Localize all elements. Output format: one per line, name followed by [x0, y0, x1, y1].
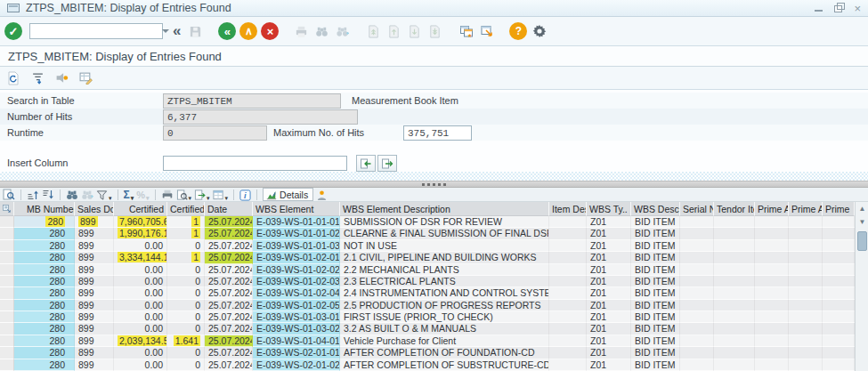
insert-column-input[interactable] — [167, 158, 343, 169]
header-cell[interactable]: WBS Element Description — [340, 202, 549, 216]
max-hits-field[interactable] — [403, 125, 472, 141]
combo-dropdown-icon[interactable] — [162, 29, 169, 33]
find-icon[interactable] — [313, 23, 330, 40]
new-session-icon[interactable]: ★ — [458, 23, 475, 40]
table-maintenance-icon[interactable] — [77, 70, 93, 85]
details-button[interactable]: Details — [263, 188, 313, 201]
grid-cell: 280 — [14, 335, 75, 347]
command-field[interactable] — [29, 23, 163, 39]
details-view-icon[interactable] — [3, 189, 15, 201]
command-input[interactable] — [30, 25, 162, 37]
header-cell[interactable]: Date — [205, 202, 253, 216]
header-cell[interactable]: Certified — [114, 202, 167, 216]
display-icon[interactable] — [53, 70, 69, 85]
refresh-icon[interactable] — [5, 70, 21, 85]
collapse-chevrons-icon[interactable]: « — [170, 23, 183, 39]
last-page-icon[interactable] — [426, 23, 443, 40]
grid-cell: 0 — [167, 311, 205, 323]
find-icon[interactable] — [66, 189, 78, 201]
application-toolbar — [0, 67, 868, 90]
print-icon[interactable] — [161, 189, 174, 201]
scroll-down-icon[interactable]: ▼ — [856, 215, 868, 229]
table-row[interactable]: 2808993,334,144.14125.07.2024E-039-WS-01… — [0, 252, 855, 263]
next-page-icon[interactable] — [406, 23, 423, 40]
insert-column-right-button[interactable] — [377, 155, 397, 172]
header-cell[interactable]: Sales Docu — [75, 202, 114, 216]
table-row[interactable]: 2808991,990,176.16125.07.2024E-039-WS-01… — [0, 228, 855, 239]
grid-cell: BID ITEM — [631, 240, 680, 252]
find-next-icon[interactable] — [81, 189, 93, 201]
create-shortcut-icon[interactable] — [478, 23, 495, 40]
header-cell[interactable]: Serial No — [680, 202, 714, 216]
horizontal-splitter[interactable] — [0, 181, 868, 188]
table-row[interactable]: 2808990.00025.07.2024E-039-WS-02-01-01AF… — [0, 347, 855, 359]
header-cell[interactable]: WBS Descri — [631, 202, 680, 216]
filter-icon[interactable]: ▾ — [96, 189, 112, 201]
table-row[interactable]: 2808990.00025.07.2024E-039-WS-01-02-022.… — [0, 264, 855, 276]
grid-cell: 0.00 — [114, 264, 167, 276]
grid-cell: 0 — [167, 347, 205, 359]
find-next-icon[interactable] — [334, 23, 351, 40]
header-cell[interactable]: MB Number — [14, 202, 75, 216]
header-cell[interactable]: Prime Acti — [789, 202, 823, 216]
grid-cell — [755, 300, 789, 311]
info-icon[interactable]: i — [239, 189, 251, 201]
header-cell[interactable]: Certified — [167, 202, 205, 216]
user-icon[interactable] — [316, 189, 328, 201]
table-row[interactable]: 2808990.00025.07.2024E-039-WS-01-02-032.… — [0, 276, 855, 287]
vertical-scrollbar[interactable]: ▲ ▼ — [855, 202, 868, 371]
grid-cell: 25.07.2024 — [205, 359, 253, 371]
first-page-icon[interactable] — [365, 23, 382, 40]
table-row[interactable]: 2808990.00025.07.2024E-039-WS-02-01-02AF… — [0, 359, 855, 371]
close-button[interactable]: × — [854, 4, 861, 12]
table-row[interactable]: 2808990.00025.07.2024E-039-WS-01-03-023.… — [0, 323, 855, 335]
grid-cell: 0.00 — [114, 300, 167, 311]
grid-cell — [789, 359, 823, 371]
back-icon[interactable]: « — [218, 22, 236, 40]
sort-descending-icon[interactable] — [42, 189, 54, 201]
print-icon[interactable] — [293, 23, 310, 40]
grid-cell — [549, 287, 587, 299]
number-of-hits-field: 6,377 — [163, 109, 358, 125]
print-preview-icon[interactable]: ▾ — [176, 189, 192, 201]
table-row[interactable]: 2808990.00025.07.2024E-039-WS-01-03-01FI… — [0, 311, 855, 323]
table-row[interactable]: 2808990.00025.07.2024E-039-WS-01-02-052.… — [0, 300, 855, 311]
header-cell[interactable]: WBS Element — [253, 202, 340, 216]
help-icon[interactable]: ? — [509, 22, 527, 40]
subtotal-icon[interactable]: %▾ — [136, 189, 149, 201]
exit-icon[interactable]: ∧ — [239, 22, 257, 40]
sort-icon[interactable] — [29, 70, 45, 85]
table-row[interactable]: 2808990.00025.07.2024E-039-WS-01-02-042.… — [0, 287, 855, 299]
customize-layout-icon[interactable] — [531, 23, 548, 40]
header-cell[interactable]: Item Descr — [549, 202, 587, 216]
sort-ascending-icon[interactable] — [27, 189, 39, 201]
header-cell[interactable]: Tendor Ite — [714, 202, 755, 216]
grid-cell: Z01 — [587, 264, 631, 276]
sum-icon[interactable]: Σ▾ — [124, 189, 134, 201]
max-hits-label: Maximum No. of Hits — [273, 125, 364, 141]
header-cell[interactable]: Prime — [823, 202, 855, 216]
table-row[interactable]: 2808997,960,705.61125.07.2024E-039-WS-01… — [0, 216, 855, 228]
grid-cell — [755, 359, 789, 371]
export-icon[interactable]: ▾ — [194, 189, 210, 201]
insert-column-field[interactable] — [163, 156, 347, 171]
table-row[interactable]: 2808990.00025.07.2024E-039-WS-01-01-03NO… — [0, 240, 855, 252]
header-cell[interactable]: WBS Ty.. — [587, 202, 631, 216]
enter-icon[interactable]: ✓ — [4, 22, 22, 40]
max-hits-input[interactable] — [408, 128, 467, 139]
insert-column-left-button[interactable] — [356, 155, 376, 172]
scrollbar-thumb[interactable] — [857, 231, 867, 251]
previous-page-icon[interactable] — [385, 23, 402, 40]
header-cell[interactable]: Prime Acti — [755, 202, 789, 216]
restore-button[interactable] — [834, 4, 844, 12]
row-select-cell — [0, 359, 14, 371]
table-row[interactable]: 2808992,039,134.581.64125.07.2024E-039-W… — [0, 335, 855, 347]
scroll-up-icon[interactable]: ▲ — [856, 202, 868, 215]
save-icon[interactable] — [187, 23, 204, 40]
window-menu-icon[interactable] — [7, 4, 20, 12]
minimize-button[interactable] — [815, 4, 824, 12]
choose-layout-icon[interactable]: ▾ — [213, 189, 229, 201]
select-all-header-cell[interactable] — [0, 202, 14, 216]
grid-cell — [755, 228, 789, 239]
cancel-icon[interactable]: × — [261, 22, 279, 40]
